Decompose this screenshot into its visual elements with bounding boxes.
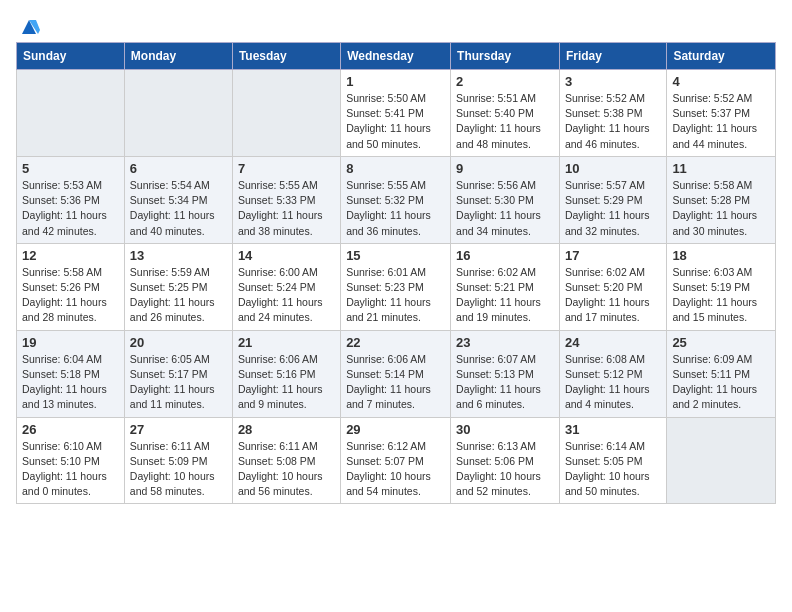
calendar-cell: 14Sunrise: 6:00 AM Sunset: 5:24 PM Dayli… [232,243,340,330]
calendar-cell: 27Sunrise: 6:11 AM Sunset: 5:09 PM Dayli… [124,417,232,504]
day-number: 16 [456,248,554,263]
day-number: 21 [238,335,335,350]
calendar-cell: 20Sunrise: 6:05 AM Sunset: 5:17 PM Dayli… [124,330,232,417]
day-number: 23 [456,335,554,350]
header-day-monday: Monday [124,43,232,70]
day-info: Sunrise: 5:53 AM Sunset: 5:36 PM Dayligh… [22,178,119,239]
day-number: 29 [346,422,445,437]
calendar-cell: 29Sunrise: 6:12 AM Sunset: 5:07 PM Dayli… [341,417,451,504]
calendar-cell: 19Sunrise: 6:04 AM Sunset: 5:18 PM Dayli… [17,330,125,417]
calendar-cell [232,70,340,157]
header-day-wednesday: Wednesday [341,43,451,70]
day-info: Sunrise: 6:07 AM Sunset: 5:13 PM Dayligh… [456,352,554,413]
day-info: Sunrise: 5:59 AM Sunset: 5:25 PM Dayligh… [130,265,227,326]
day-number: 27 [130,422,227,437]
day-number: 2 [456,74,554,89]
day-number: 25 [672,335,770,350]
day-number: 1 [346,74,445,89]
day-info: Sunrise: 6:01 AM Sunset: 5:23 PM Dayligh… [346,265,445,326]
day-info: Sunrise: 6:09 AM Sunset: 5:11 PM Dayligh… [672,352,770,413]
day-info: Sunrise: 6:02 AM Sunset: 5:21 PM Dayligh… [456,265,554,326]
day-number: 18 [672,248,770,263]
calendar-week-row: 19Sunrise: 6:04 AM Sunset: 5:18 PM Dayli… [17,330,776,417]
day-info: Sunrise: 6:06 AM Sunset: 5:14 PM Dayligh… [346,352,445,413]
calendar-cell: 26Sunrise: 6:10 AM Sunset: 5:10 PM Dayli… [17,417,125,504]
day-number: 28 [238,422,335,437]
calendar-header-row: SundayMondayTuesdayWednesdayThursdayFrid… [17,43,776,70]
day-number: 17 [565,248,661,263]
calendar-cell: 16Sunrise: 6:02 AM Sunset: 5:21 PM Dayli… [451,243,560,330]
calendar-cell: 6Sunrise: 5:54 AM Sunset: 5:34 PM Daylig… [124,156,232,243]
day-number: 24 [565,335,661,350]
day-number: 6 [130,161,227,176]
calendar-cell: 4Sunrise: 5:52 AM Sunset: 5:37 PM Daylig… [667,70,776,157]
calendar-cell: 15Sunrise: 6:01 AM Sunset: 5:23 PM Dayli… [341,243,451,330]
day-info: Sunrise: 5:52 AM Sunset: 5:38 PM Dayligh… [565,91,661,152]
logo [16,16,40,38]
calendar-cell: 31Sunrise: 6:14 AM Sunset: 5:05 PM Dayli… [559,417,666,504]
day-number: 8 [346,161,445,176]
day-info: Sunrise: 5:55 AM Sunset: 5:32 PM Dayligh… [346,178,445,239]
day-info: Sunrise: 6:04 AM Sunset: 5:18 PM Dayligh… [22,352,119,413]
day-info: Sunrise: 6:08 AM Sunset: 5:12 PM Dayligh… [565,352,661,413]
day-info: Sunrise: 5:57 AM Sunset: 5:29 PM Dayligh… [565,178,661,239]
calendar-cell: 8Sunrise: 5:55 AM Sunset: 5:32 PM Daylig… [341,156,451,243]
day-number: 19 [22,335,119,350]
page-header [16,16,776,38]
header-day-tuesday: Tuesday [232,43,340,70]
calendar-cell: 30Sunrise: 6:13 AM Sunset: 5:06 PM Dayli… [451,417,560,504]
calendar-week-row: 1Sunrise: 5:50 AM Sunset: 5:41 PM Daylig… [17,70,776,157]
calendar-cell [124,70,232,157]
header-day-friday: Friday [559,43,666,70]
day-info: Sunrise: 5:50 AM Sunset: 5:41 PM Dayligh… [346,91,445,152]
calendar-cell: 23Sunrise: 6:07 AM Sunset: 5:13 PM Dayli… [451,330,560,417]
header-day-saturday: Saturday [667,43,776,70]
calendar-week-row: 26Sunrise: 6:10 AM Sunset: 5:10 PM Dayli… [17,417,776,504]
logo-icon [18,16,40,38]
day-number: 10 [565,161,661,176]
calendar-cell [17,70,125,157]
calendar-cell [667,417,776,504]
calendar-cell: 7Sunrise: 5:55 AM Sunset: 5:33 PM Daylig… [232,156,340,243]
day-number: 14 [238,248,335,263]
day-number: 22 [346,335,445,350]
day-info: Sunrise: 6:02 AM Sunset: 5:20 PM Dayligh… [565,265,661,326]
day-info: Sunrise: 5:58 AM Sunset: 5:26 PM Dayligh… [22,265,119,326]
day-info: Sunrise: 5:56 AM Sunset: 5:30 PM Dayligh… [456,178,554,239]
day-info: Sunrise: 6:00 AM Sunset: 5:24 PM Dayligh… [238,265,335,326]
calendar-cell: 12Sunrise: 5:58 AM Sunset: 5:26 PM Dayli… [17,243,125,330]
day-number: 30 [456,422,554,437]
calendar-cell: 9Sunrise: 5:56 AM Sunset: 5:30 PM Daylig… [451,156,560,243]
day-info: Sunrise: 6:12 AM Sunset: 5:07 PM Dayligh… [346,439,445,500]
day-number: 13 [130,248,227,263]
day-info: Sunrise: 5:54 AM Sunset: 5:34 PM Dayligh… [130,178,227,239]
day-number: 3 [565,74,661,89]
calendar-cell: 22Sunrise: 6:06 AM Sunset: 5:14 PM Dayli… [341,330,451,417]
calendar-week-row: 5Sunrise: 5:53 AM Sunset: 5:36 PM Daylig… [17,156,776,243]
calendar-cell: 5Sunrise: 5:53 AM Sunset: 5:36 PM Daylig… [17,156,125,243]
calendar-cell: 18Sunrise: 6:03 AM Sunset: 5:19 PM Dayli… [667,243,776,330]
day-info: Sunrise: 6:13 AM Sunset: 5:06 PM Dayligh… [456,439,554,500]
day-info: Sunrise: 6:03 AM Sunset: 5:19 PM Dayligh… [672,265,770,326]
calendar-week-row: 12Sunrise: 5:58 AM Sunset: 5:26 PM Dayli… [17,243,776,330]
calendar-cell: 25Sunrise: 6:09 AM Sunset: 5:11 PM Dayli… [667,330,776,417]
day-info: Sunrise: 6:11 AM Sunset: 5:09 PM Dayligh… [130,439,227,500]
calendar-cell: 13Sunrise: 5:59 AM Sunset: 5:25 PM Dayli… [124,243,232,330]
day-info: Sunrise: 6:10 AM Sunset: 5:10 PM Dayligh… [22,439,119,500]
calendar-cell: 3Sunrise: 5:52 AM Sunset: 5:38 PM Daylig… [559,70,666,157]
day-number: 9 [456,161,554,176]
day-info: Sunrise: 6:14 AM Sunset: 5:05 PM Dayligh… [565,439,661,500]
header-day-sunday: Sunday [17,43,125,70]
calendar-cell: 24Sunrise: 6:08 AM Sunset: 5:12 PM Dayli… [559,330,666,417]
day-number: 11 [672,161,770,176]
day-info: Sunrise: 6:11 AM Sunset: 5:08 PM Dayligh… [238,439,335,500]
day-number: 12 [22,248,119,263]
day-number: 15 [346,248,445,263]
calendar-cell: 2Sunrise: 5:51 AM Sunset: 5:40 PM Daylig… [451,70,560,157]
day-info: Sunrise: 5:51 AM Sunset: 5:40 PM Dayligh… [456,91,554,152]
calendar-table: SundayMondayTuesdayWednesdayThursdayFrid… [16,42,776,504]
calendar-cell: 11Sunrise: 5:58 AM Sunset: 5:28 PM Dayli… [667,156,776,243]
calendar-cell: 10Sunrise: 5:57 AM Sunset: 5:29 PM Dayli… [559,156,666,243]
calendar-cell: 17Sunrise: 6:02 AM Sunset: 5:20 PM Dayli… [559,243,666,330]
calendar-cell: 28Sunrise: 6:11 AM Sunset: 5:08 PM Dayli… [232,417,340,504]
